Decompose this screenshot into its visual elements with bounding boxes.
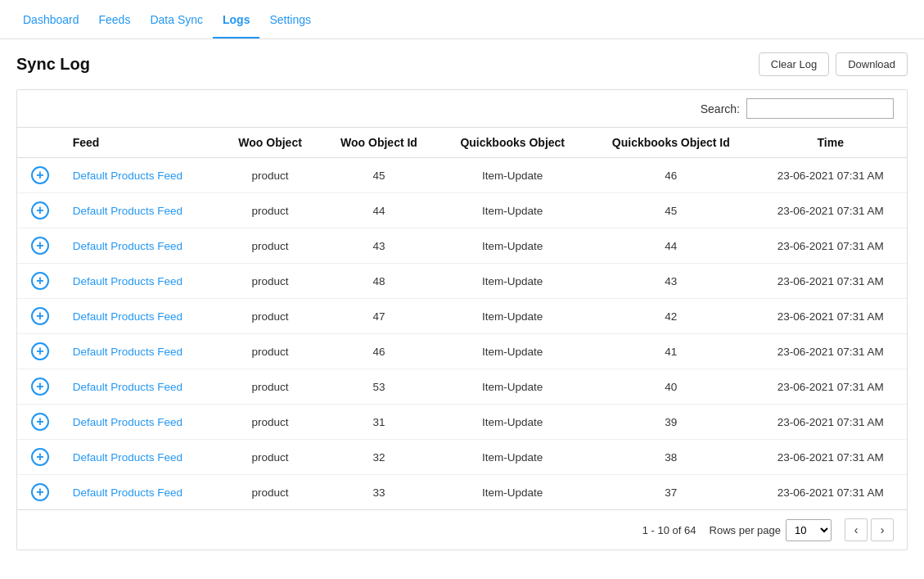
quickbooks-object-cell: Item-Update xyxy=(437,405,588,440)
table-container: Search: Feed Woo Object Woo Object Id Qu… xyxy=(16,89,908,550)
table-row: + Default Products Feed product 46 Item-… xyxy=(17,334,907,369)
nav-item-data-sync[interactable]: Data Sync xyxy=(140,2,213,38)
search-row: Search: xyxy=(17,90,907,127)
quickbooks-object-cell: Item-Update xyxy=(437,228,588,264)
feed-cell: Default Products Feed xyxy=(63,264,220,299)
expand-cell: + xyxy=(17,334,63,369)
expand-cell: + xyxy=(17,405,63,440)
quickbooks-object-id-cell: 39 xyxy=(588,405,754,440)
expand-cell: + xyxy=(17,369,63,405)
rows-per-page-select[interactable]: 102550100 xyxy=(786,519,832,541)
download-button[interactable]: Download xyxy=(836,52,908,76)
expand-icon[interactable]: + xyxy=(31,307,49,325)
time-cell: 23-06-2021 07:31 AM xyxy=(755,405,907,440)
prev-page-button[interactable]: ‹ xyxy=(845,518,868,541)
quickbooks-object-cell: Item-Update xyxy=(437,475,588,510)
quickbooks-object-cell: Item-Update xyxy=(437,264,588,299)
woo-object-cell: product xyxy=(220,193,321,228)
expand-icon[interactable]: + xyxy=(31,272,49,290)
expand-cell: + xyxy=(17,440,63,475)
expand-cell: + xyxy=(17,264,63,299)
time-cell: 23-06-2021 07:31 AM xyxy=(755,264,907,299)
quickbooks-object-cell: Item-Update xyxy=(437,193,588,228)
quickbooks-object-id-cell: 38 xyxy=(588,440,754,475)
woo-object-cell: product xyxy=(220,334,321,369)
nav-item-dashboard[interactable]: Dashboard xyxy=(13,2,89,38)
col-quickbooks-object: Quickbooks Object xyxy=(437,128,588,158)
feed-cell: Default Products Feed xyxy=(63,369,220,405)
expand-icon[interactable]: + xyxy=(31,237,49,255)
quickbooks-object-id-cell: 40 xyxy=(588,369,754,405)
feed-cell: Default Products Feed xyxy=(63,299,220,334)
table-row: + Default Products Feed product 31 Item-… xyxy=(17,405,907,440)
nav-item-logs[interactable]: Logs xyxy=(213,2,259,38)
time-cell: 23-06-2021 07:31 AM xyxy=(755,158,907,193)
col-feed: Feed xyxy=(63,128,220,158)
feed-cell: Default Products Feed xyxy=(63,334,220,369)
table-row: + Default Products Feed product 43 Item-… xyxy=(17,228,907,264)
woo-object-cell: product xyxy=(220,264,321,299)
table-row: + Default Products Feed product 44 Item-… xyxy=(17,193,907,228)
feed-cell: Default Products Feed xyxy=(63,158,220,193)
woo-object-cell: product xyxy=(220,158,321,193)
woo-object-id-cell: 32 xyxy=(321,440,438,475)
woo-object-cell: product xyxy=(220,440,321,475)
table-footer: 1 - 10 of 64 Rows per page 102550100 ‹ › xyxy=(17,509,907,550)
next-page-button[interactable]: › xyxy=(871,518,894,541)
search-input[interactable] xyxy=(746,98,894,119)
table-body: + Default Products Feed product 45 Item-… xyxy=(17,158,907,510)
quickbooks-object-cell: Item-Update xyxy=(437,299,588,334)
woo-object-id-cell: 45 xyxy=(321,158,438,193)
woo-object-cell: product xyxy=(220,475,321,510)
page-title: Sync Log xyxy=(16,55,90,74)
expand-icon[interactable]: + xyxy=(31,483,49,501)
woo-object-id-cell: 48 xyxy=(321,264,438,299)
woo-object-id-cell: 44 xyxy=(321,193,438,228)
feed-cell: Default Products Feed xyxy=(63,440,220,475)
table-row: + Default Products Feed product 45 Item-… xyxy=(17,158,907,193)
woo-object-cell: product xyxy=(220,299,321,334)
expand-icon[interactable]: + xyxy=(31,166,49,184)
expand-icon[interactable]: + xyxy=(31,201,49,219)
quickbooks-object-cell: Item-Update xyxy=(437,158,588,193)
quickbooks-object-cell: Item-Update xyxy=(437,334,588,369)
feed-cell: Default Products Feed xyxy=(63,405,220,440)
table-row: + Default Products Feed product 32 Item-… xyxy=(17,440,907,475)
table-header: Feed Woo Object Woo Object Id Quickbooks… xyxy=(17,128,907,158)
pagination-info: 1 - 10 of 64 xyxy=(642,524,696,536)
expand-icon[interactable]: + xyxy=(31,413,49,431)
woo-object-id-cell: 33 xyxy=(321,475,438,510)
expand-icon[interactable]: + xyxy=(31,342,49,360)
expand-cell: + xyxy=(17,228,63,264)
woo-object-id-cell: 53 xyxy=(321,369,438,405)
quickbooks-object-id-cell: 37 xyxy=(588,475,754,510)
expand-icon[interactable]: + xyxy=(31,448,49,466)
col-woo-object-id: Woo Object Id xyxy=(321,128,438,158)
page-navigation: ‹ › xyxy=(845,518,894,541)
woo-object-id-cell: 47 xyxy=(321,299,438,334)
nav-item-settings[interactable]: Settings xyxy=(259,2,321,38)
expand-icon[interactable]: + xyxy=(31,378,49,396)
quickbooks-object-id-cell: 44 xyxy=(588,228,754,264)
navigation: DashboardFeedsData SyncLogsSettings xyxy=(0,0,924,39)
quickbooks-object-cell: Item-Update xyxy=(437,440,588,475)
time-cell: 23-06-2021 07:31 AM xyxy=(755,299,907,334)
time-cell: 23-06-2021 07:31 AM xyxy=(755,193,907,228)
expand-cell: + xyxy=(17,193,63,228)
woo-object-cell: product xyxy=(220,228,321,264)
nav-item-feeds[interactable]: Feeds xyxy=(89,2,141,38)
woo-object-id-cell: 46 xyxy=(321,334,438,369)
sync-log-table: Feed Woo Object Woo Object Id Quickbooks… xyxy=(17,127,907,509)
rows-per-page-label: Rows per page xyxy=(710,524,781,536)
table-row: + Default Products Feed product 33 Item-… xyxy=(17,475,907,510)
time-cell: 23-06-2021 07:31 AM xyxy=(755,369,907,405)
clear-log-button[interactable]: Clear Log xyxy=(759,52,829,76)
time-cell: 23-06-2021 07:31 AM xyxy=(755,440,907,475)
page-header: Sync Log Clear Log Download xyxy=(16,52,908,76)
expand-cell: + xyxy=(17,158,63,193)
page-content: Sync Log Clear Log Download Search: Feed… xyxy=(0,39,924,563)
header-actions: Clear Log Download xyxy=(759,52,908,76)
col-expand xyxy=(17,128,63,158)
quickbooks-object-id-cell: 41 xyxy=(588,334,754,369)
col-woo-object: Woo Object xyxy=(220,128,321,158)
